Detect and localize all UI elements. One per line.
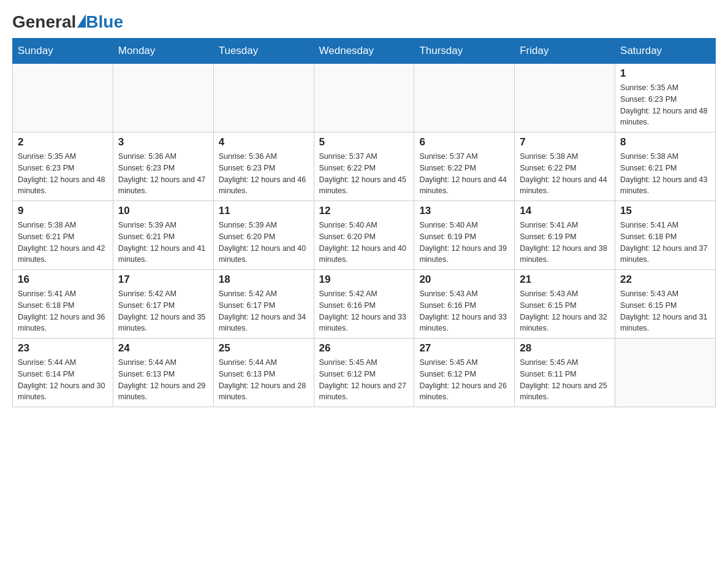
day-info: Sunrise: 5:38 AMSunset: 6:21 PMDaylight:…	[620, 151, 710, 197]
day-number: 16	[18, 274, 108, 286]
day-number: 12	[319, 205, 409, 217]
day-info: Sunrise: 5:35 AMSunset: 6:23 PMDaylight:…	[18, 151, 108, 197]
calendar-week-4: 16Sunrise: 5:41 AMSunset: 6:18 PMDayligh…	[13, 270, 716, 339]
calendar-cell: 6Sunrise: 5:37 AMSunset: 6:22 PMDaylight…	[414, 132, 515, 201]
day-info: Sunrise: 5:39 AMSunset: 6:20 PMDaylight:…	[219, 220, 309, 266]
day-number: 22	[620, 274, 710, 286]
calendar-cell	[314, 64, 414, 132]
day-number: 6	[419, 136, 509, 148]
day-number: 28	[520, 342, 610, 354]
day-info: Sunrise: 5:36 AMSunset: 6:23 PMDaylight:…	[118, 151, 208, 197]
day-number: 11	[219, 205, 309, 217]
calendar-week-5: 23Sunrise: 5:44 AMSunset: 6:14 PMDayligh…	[13, 339, 716, 407]
calendar-cell: 12Sunrise: 5:40 AMSunset: 6:20 PMDayligh…	[314, 201, 414, 270]
day-number: 21	[520, 274, 610, 286]
day-info: Sunrise: 5:45 AMSunset: 6:12 PMDaylight:…	[319, 357, 409, 403]
day-info: Sunrise: 5:41 AMSunset: 6:18 PMDaylight:…	[18, 288, 108, 334]
day-number: 7	[520, 136, 610, 148]
calendar-cell: 13Sunrise: 5:40 AMSunset: 6:19 PMDayligh…	[414, 201, 515, 270]
day-number: 9	[18, 205, 108, 217]
calendar-cell: 20Sunrise: 5:43 AMSunset: 6:16 PMDayligh…	[414, 270, 515, 339]
day-number: 10	[118, 205, 208, 217]
calendar-week-3: 9Sunrise: 5:38 AMSunset: 6:21 PMDaylight…	[13, 201, 716, 270]
calendar-cell: 24Sunrise: 5:44 AMSunset: 6:13 PMDayligh…	[113, 339, 213, 407]
day-number: 14	[520, 205, 610, 217]
calendar-cell: 17Sunrise: 5:42 AMSunset: 6:17 PMDayligh…	[113, 270, 213, 339]
day-info: Sunrise: 5:42 AMSunset: 6:17 PMDaylight:…	[219, 288, 309, 334]
day-info: Sunrise: 5:38 AMSunset: 6:21 PMDaylight:…	[18, 220, 108, 266]
calendar-cell: 7Sunrise: 5:38 AMSunset: 6:22 PMDaylight…	[515, 132, 615, 201]
weekday-header-sunday: Sunday	[13, 39, 113, 64]
day-number: 8	[620, 136, 710, 148]
logo: General Blue	[12, 12, 123, 32]
day-number: 3	[118, 136, 208, 148]
weekday-header-thursday: Thursday	[414, 39, 515, 64]
weekday-header-friday: Friday	[515, 39, 615, 64]
weekday-header-wednesday: Wednesday	[314, 39, 414, 64]
day-number: 1	[620, 67, 710, 80]
day-number: 18	[219, 274, 309, 286]
logo-general-text: General	[12, 12, 76, 32]
weekday-header-saturday: Saturday	[615, 39, 716, 64]
day-info: Sunrise: 5:39 AMSunset: 6:21 PMDaylight:…	[118, 220, 208, 266]
calendar-week-1: 1Sunrise: 5:35 AMSunset: 6:23 PMDaylight…	[13, 64, 716, 132]
calendar-cell: 23Sunrise: 5:44 AMSunset: 6:14 PMDayligh…	[13, 339, 113, 407]
day-info: Sunrise: 5:40 AMSunset: 6:20 PMDaylight:…	[319, 220, 409, 266]
weekday-header-row: SundayMondayTuesdayWednesdayThursdayFrid…	[13, 39, 716, 64]
calendar-cell: 19Sunrise: 5:42 AMSunset: 6:16 PMDayligh…	[314, 270, 414, 339]
day-number: 4	[219, 136, 309, 148]
calendar-cell: 25Sunrise: 5:44 AMSunset: 6:13 PMDayligh…	[213, 339, 314, 407]
calendar-cell: 3Sunrise: 5:36 AMSunset: 6:23 PMDaylight…	[113, 132, 213, 201]
weekday-header-monday: Monday	[113, 39, 213, 64]
day-number: 24	[118, 342, 208, 354]
day-number: 15	[620, 205, 710, 217]
day-info: Sunrise: 5:44 AMSunset: 6:13 PMDaylight:…	[118, 357, 208, 403]
day-info: Sunrise: 5:36 AMSunset: 6:23 PMDaylight:…	[219, 151, 309, 197]
calendar-cell: 4Sunrise: 5:36 AMSunset: 6:23 PMDaylight…	[213, 132, 314, 201]
calendar-cell: 22Sunrise: 5:43 AMSunset: 6:15 PMDayligh…	[615, 270, 716, 339]
day-number: 5	[319, 136, 409, 148]
calendar-cell: 15Sunrise: 5:41 AMSunset: 6:18 PMDayligh…	[615, 201, 716, 270]
day-number: 20	[419, 274, 509, 286]
calendar-cell	[13, 64, 113, 132]
calendar-cell: 11Sunrise: 5:39 AMSunset: 6:20 PMDayligh…	[213, 201, 314, 270]
weekday-header-tuesday: Tuesday	[213, 39, 314, 64]
day-number: 25	[219, 342, 309, 354]
day-info: Sunrise: 5:41 AMSunset: 6:19 PMDaylight:…	[520, 220, 610, 266]
day-info: Sunrise: 5:45 AMSunset: 6:11 PMDaylight:…	[520, 357, 610, 403]
calendar-week-2: 2Sunrise: 5:35 AMSunset: 6:23 PMDaylight…	[13, 132, 716, 201]
calendar-cell: 9Sunrise: 5:38 AMSunset: 6:21 PMDaylight…	[13, 201, 113, 270]
logo-triangle-icon	[77, 14, 86, 28]
calendar-cell: 1Sunrise: 5:35 AMSunset: 6:23 PMDaylight…	[615, 64, 716, 132]
calendar-cell	[113, 64, 213, 132]
day-info: Sunrise: 5:41 AMSunset: 6:18 PMDaylight:…	[620, 220, 710, 266]
calendar-cell: 28Sunrise: 5:45 AMSunset: 6:11 PMDayligh…	[515, 339, 615, 407]
page-header: General Blue	[12, 12, 716, 32]
calendar-cell	[414, 64, 515, 132]
calendar-cell	[515, 64, 615, 132]
calendar-cell: 2Sunrise: 5:35 AMSunset: 6:23 PMDaylight…	[13, 132, 113, 201]
day-info: Sunrise: 5:37 AMSunset: 6:22 PMDaylight:…	[319, 151, 409, 197]
day-info: Sunrise: 5:38 AMSunset: 6:22 PMDaylight:…	[520, 151, 610, 197]
day-number: 13	[419, 205, 509, 217]
day-info: Sunrise: 5:43 AMSunset: 6:16 PMDaylight:…	[419, 288, 509, 334]
day-info: Sunrise: 5:35 AMSunset: 6:23 PMDaylight:…	[620, 82, 710, 128]
calendar-cell: 10Sunrise: 5:39 AMSunset: 6:21 PMDayligh…	[113, 201, 213, 270]
calendar-cell: 8Sunrise: 5:38 AMSunset: 6:21 PMDaylight…	[615, 132, 716, 201]
calendar-cell: 26Sunrise: 5:45 AMSunset: 6:12 PMDayligh…	[314, 339, 414, 407]
day-number: 26	[319, 342, 409, 354]
calendar-cell: 5Sunrise: 5:37 AMSunset: 6:22 PMDaylight…	[314, 132, 414, 201]
day-info: Sunrise: 5:42 AMSunset: 6:17 PMDaylight:…	[118, 288, 208, 334]
day-number: 23	[18, 342, 108, 354]
day-number: 27	[419, 342, 509, 354]
day-info: Sunrise: 5:37 AMSunset: 6:22 PMDaylight:…	[419, 151, 509, 197]
calendar-cell: 16Sunrise: 5:41 AMSunset: 6:18 PMDayligh…	[13, 270, 113, 339]
day-info: Sunrise: 5:45 AMSunset: 6:12 PMDaylight:…	[419, 357, 509, 403]
day-info: Sunrise: 5:43 AMSunset: 6:15 PMDaylight:…	[520, 288, 610, 334]
day-info: Sunrise: 5:44 AMSunset: 6:13 PMDaylight:…	[219, 357, 309, 403]
calendar-cell: 14Sunrise: 5:41 AMSunset: 6:19 PMDayligh…	[515, 201, 615, 270]
logo-blue-text: Blue	[86, 12, 123, 32]
calendar-cell	[213, 64, 314, 132]
day-info: Sunrise: 5:40 AMSunset: 6:19 PMDaylight:…	[419, 220, 509, 266]
day-number: 17	[118, 274, 208, 286]
